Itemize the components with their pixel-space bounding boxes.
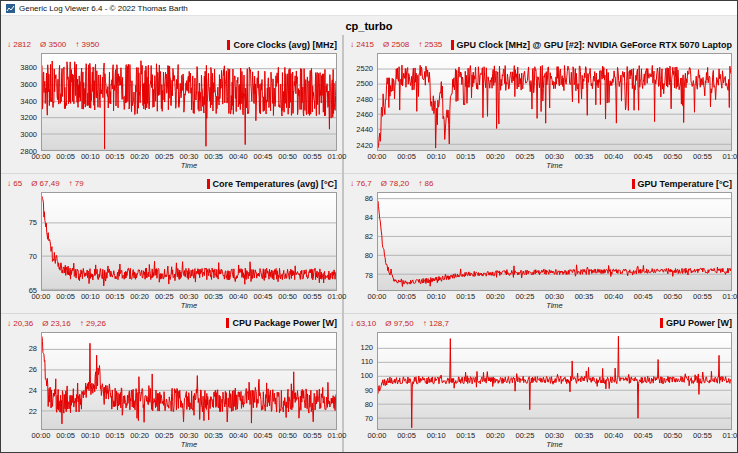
plot-area[interactable] — [377, 332, 732, 430]
chart-title-text: Core Temperatures (avg) [°C] — [213, 179, 337, 189]
plot-row: 22242628 — [7, 332, 337, 430]
chart-header: ↓ 20,36 Ø 23,16 ↑ 29,26 CPU Package Powe… — [7, 317, 337, 330]
plot-area[interactable] — [377, 192, 732, 290]
stat-min: ↓ 2812 — [7, 40, 31, 49]
x-axis-title: Time — [7, 301, 337, 312]
chart-stats: ↓ 2415 Ø 2508 ↑ 2535 — [350, 40, 442, 49]
stat-min: ↓ 2415 — [350, 40, 374, 49]
x-axis-title: Time — [350, 161, 732, 172]
x-axis-labels: 00:0000:0500:1000:1500:2000:2500:3000:35… — [41, 151, 337, 161]
app-window: Generic Log Viewer 6.4 - © 2022 Thomas B… — [0, 0, 738, 453]
window-titlebar[interactable]: Generic Log Viewer 6.4 - © 2022 Thomas B… — [1, 1, 737, 16]
x-axis-labels: 00:0000:0500:1000:1500:2000:2500:3000:35… — [377, 291, 732, 301]
x-axis-row: 00:0000:0500:1000:1500:2000:2500:3000:35… — [7, 430, 337, 440]
chart-title-text: Core Clocks (avg) [MHz] — [233, 40, 337, 50]
x-axis-row: 00:0000:0500:1000:1500:2000:2500:3000:35… — [350, 430, 732, 440]
app-icon — [6, 4, 15, 13]
legend-color-bar — [632, 179, 635, 189]
chart-title-text: CPU Package Power [W] — [232, 318, 337, 328]
stat-max: ↑ 29,26 — [80, 319, 106, 328]
x-axis-row: 00:0000:0500:1000:1500:2000:2500:3000:35… — [7, 151, 337, 161]
stat-max: ↑ 3950 — [75, 40, 99, 49]
stat-max: ↑ 2535 — [418, 40, 442, 49]
x-axis-labels: 00:0000:0500:1000:1500:2000:2500:3000:35… — [41, 430, 337, 440]
x-axis-title: Time — [350, 440, 732, 451]
chart-panel-cpu-package-power: ↓ 20,36 Ø 23,16 ↑ 29,26 CPU Package Powe… — [1, 314, 342, 452]
legend-color-bar — [226, 318, 229, 328]
chart-stats: ↓ 20,36 Ø 23,16 ↑ 29,26 — [7, 319, 106, 328]
charts-grid: ↓ 2812 Ø 3500 ↑ 3950 Core Clocks (avg) [… — [1, 35, 737, 452]
stat-avg: Ø 97,50 — [385, 319, 413, 328]
y-axis-labels: 657075 — [7, 192, 41, 290]
x-axis-title: Time — [7, 161, 337, 172]
chart-panel-core-temperatures: ↓ 65 Ø 67,49 ↑ 79 Core Temperatures (avg… — [1, 174, 342, 313]
chart-title: Core Clocks (avg) [MHz] — [227, 40, 337, 50]
y-axis-labels: 7880828486 — [350, 192, 377, 290]
x-axis-row: 00:0000:0500:1000:1500:2000:2500:3000:35… — [350, 291, 732, 301]
chart-stats: ↓ 76,7 Ø 78,20 ↑ 86 — [350, 179, 433, 188]
y-axis-labels: 22242628 — [7, 332, 41, 430]
stat-avg: Ø 3500 — [40, 40, 66, 49]
chart-title: Core Temperatures (avg) [°C] — [207, 179, 337, 189]
stat-min: ↓ 20,36 — [7, 319, 33, 328]
app-title-row: cp_turbo — [1, 16, 737, 35]
y-axis-labels: 708090100110120 — [350, 332, 377, 430]
legend-color-bar — [227, 40, 230, 50]
stat-max: ↑ 128,7 — [423, 319, 449, 328]
x-axis-row: 00:0000:0500:1000:1500:2000:2500:3000:35… — [350, 151, 732, 161]
legend-color-bar — [207, 179, 210, 189]
stat-avg: Ø 23,16 — [42, 319, 70, 328]
x-axis-labels: 00:0000:0500:1000:1500:2000:2500:3000:35… — [41, 291, 337, 301]
plot-area[interactable] — [41, 53, 337, 151]
legend-color-bar — [660, 318, 663, 328]
chart-title: CPU Package Power [W] — [226, 318, 337, 328]
chart-panel-gpu-power: ↓ 63,10 Ø 97,50 ↑ 128,7 GPU Power [W] 70… — [344, 314, 737, 452]
window-title-text: Generic Log Viewer 6.4 - © 2022 Thomas B… — [19, 4, 188, 13]
plot-row: 242024402460248025002520 — [350, 53, 732, 151]
stat-max: ↑ 86 — [418, 179, 433, 188]
y-axis-labels: 242024402460248025002520 — [350, 53, 377, 151]
stat-max: ↑ 79 — [69, 179, 84, 188]
plot-row: 7880828486 — [350, 192, 732, 290]
chart-header: ↓ 2415 Ø 2508 ↑ 2535 GPU Clock [MHz] @ G… — [350, 38, 732, 51]
plot-area[interactable] — [41, 332, 337, 430]
x-axis-title: Time — [350, 301, 732, 312]
plot-row: 280030003200340036003800 — [7, 53, 337, 151]
page-title: cp_turbo — [345, 20, 392, 32]
y-axis-labels: 280030003200340036003800 — [7, 53, 41, 151]
x-axis-row: 00:0000:0500:1000:1500:2000:2500:3000:35… — [7, 291, 337, 301]
plot-area[interactable] — [377, 53, 732, 151]
chart-stats: ↓ 2812 Ø 3500 ↑ 3950 — [7, 40, 99, 49]
chart-header: ↓ 65 Ø 67,49 ↑ 79 Core Temperatures (avg… — [7, 177, 337, 190]
x-axis-labels: 00:0000:0500:1000:1500:2000:2500:3000:35… — [377, 151, 732, 161]
x-axis-title: Time — [7, 440, 337, 451]
chart-title-text: GPU Temperature [°C] — [638, 179, 732, 189]
charts-column-left: ↓ 2812 Ø 3500 ↑ 3950 Core Clocks (avg) [… — [1, 35, 342, 452]
plot-row: 708090100110120 — [350, 332, 732, 430]
stat-avg: Ø 78,20 — [381, 179, 409, 188]
chart-title: GPU Clock [MHz] @ GPU [#2]: NVIDIA GeFor… — [451, 40, 732, 50]
stat-avg: Ø 2508 — [383, 40, 409, 49]
stat-min: ↓ 76,7 — [350, 179, 372, 188]
chart-panel-gpu-temperature: ↓ 76,7 Ø 78,20 ↑ 86 GPU Temperature [°C]… — [344, 174, 737, 313]
chart-title: GPU Power [W] — [660, 318, 732, 328]
stat-avg: Ø 67,49 — [31, 179, 59, 188]
plot-area[interactable] — [41, 192, 337, 290]
chart-title-text: GPU Clock [MHz] @ GPU [#2]: NVIDIA GeFor… — [457, 40, 732, 50]
plot-row: 657075 — [7, 192, 337, 290]
legend-color-bar — [451, 40, 454, 50]
chart-stats: ↓ 65 Ø 67,49 ↑ 79 — [7, 179, 84, 188]
chart-title: GPU Temperature [°C] — [632, 179, 732, 189]
chart-stats: ↓ 63,10 Ø 97,50 ↑ 128,7 — [350, 319, 449, 328]
stat-min: ↓ 63,10 — [350, 319, 376, 328]
charts-column-right: ↓ 2415 Ø 2508 ↑ 2535 GPU Clock [MHz] @ G… — [344, 35, 737, 452]
x-axis-labels: 00:0000:0500:1000:1500:2000:2500:3000:35… — [377, 430, 732, 440]
chart-panel-gpu-clock: ↓ 2415 Ø 2508 ↑ 2535 GPU Clock [MHz] @ G… — [344, 35, 737, 174]
chart-header: ↓ 76,7 Ø 78,20 ↑ 86 GPU Temperature [°C] — [350, 177, 732, 190]
chart-header: ↓ 63,10 Ø 97,50 ↑ 128,7 GPU Power [W] — [350, 317, 732, 330]
chart-panel-core-clocks: ↓ 2812 Ø 3500 ↑ 3950 Core Clocks (avg) [… — [1, 35, 342, 174]
chart-title-text: GPU Power [W] — [666, 318, 732, 328]
chart-header: ↓ 2812 Ø 3500 ↑ 3950 Core Clocks (avg) [… — [7, 38, 337, 51]
stat-min: ↓ 65 — [7, 179, 22, 188]
